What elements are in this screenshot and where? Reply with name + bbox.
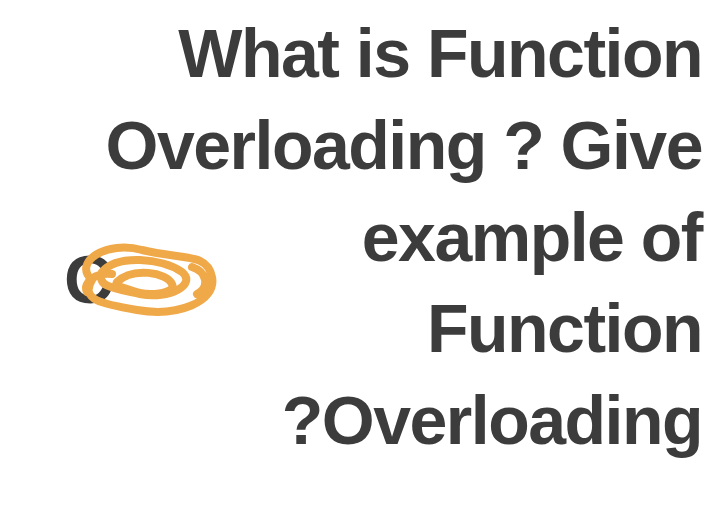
- obscured-character: C: [64, 240, 112, 318]
- question-text: What is Function Overloading ? Give exam…: [18, 8, 702, 467]
- question-container: What is Function Overloading ? Give exam…: [18, 8, 702, 467]
